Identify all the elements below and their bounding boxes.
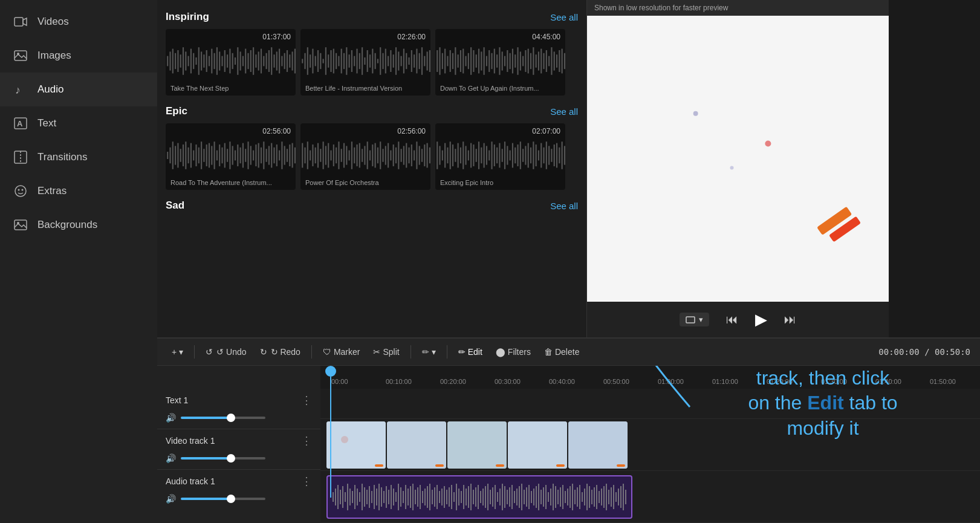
svg-rect-182 [214,141,215,169]
svg-rect-249 [393,145,394,166]
sidebar-item-text[interactable]: A Text [0,106,157,140]
svg-rect-443 [613,485,614,509]
svg-rect-168 [177,143,178,168]
filters-button[interactable]: ⬤ Filters [491,345,536,359]
svg-rect-311 [559,148,560,163]
svg-rect-300 [530,148,531,163]
inspiring-see-all[interactable]: See all [550,12,578,22]
svg-rect-308 [551,149,552,162]
svg-rect-137 [496,54,498,68]
video-clip-3[interactable] [508,421,567,469]
sidebar-item-backgrounds[interactable]: Backgrounds [0,208,157,242]
skip-forward-button[interactable]: ⏭ [784,313,796,326]
audio-volume-icon: 🔊 [166,494,176,504]
text-track-more-icon[interactable]: ⋮ [301,394,312,407]
svg-rect-84 [354,56,355,67]
track-card-2[interactable]: 04:45:00 Down To Get Up Again (Instrum..… [435,29,565,96]
svg-rect-411 [536,486,537,508]
svg-rect-290 [504,141,505,169]
svg-rect-147 [522,56,524,67]
svg-rect-65 [304,53,305,69]
audio-volume-slider[interactable] [181,498,265,500]
play-button[interactable]: ▶ [755,310,767,329]
marker-button[interactable]: 🛡 Marker [318,345,365,359]
track-card-1[interactable]: 02:26:00 Better Life - Instrumental Vers… [300,29,430,96]
sidebar-item-extras-label: Extras [37,185,67,197]
track-card-3[interactable]: 02:56:00 Road To The Adventure (Instrum.… [166,123,296,190]
pencil-icon: ✏ [422,347,429,357]
svg-rect-42 [240,51,241,70]
svg-rect-326 [568,421,628,469]
draw-button[interactable]: ✏ ▾ [417,345,441,359]
preview-panel: Shown in low resolution for faster previ… [586,0,889,337]
sidebar-item-images[interactable]: Images [0,39,157,73]
track-card-4[interactable]: 02:56:00 Power Of Epic Orchestra [300,123,430,190]
svg-rect-325 [508,421,567,469]
delete-button[interactable]: 🗑 Delete [539,345,584,359]
audio-clip[interactable] [326,475,632,519]
svg-rect-391 [487,484,488,510]
waveform-4 [300,134,430,177]
svg-rect-220 [317,143,319,168]
video-clip-1[interactable] [387,421,446,469]
add-button[interactable]: + ▾ [167,345,188,359]
svg-rect-77 [336,53,337,69]
svg-rect-421 [560,487,561,507]
svg-rect-283 [486,146,487,164]
epic-see-all[interactable]: See all [550,106,578,117]
svg-rect-442 [611,487,612,507]
marker-label: Marker [334,347,360,357]
svg-rect-252 [401,149,402,162]
video-clip-4[interactable] [568,421,628,469]
playhead[interactable] [325,366,336,498]
video-volume-slider[interactable] [181,457,265,460]
svg-rect-71 [320,53,321,69]
svg-rect-188 [229,141,230,169]
track-title-1: Better Life - Instrumental Version [305,85,423,92]
ruler-mark-3: 00:30:00 [495,375,549,386]
svg-rect-211 [289,145,290,166]
audio-track-more-icon[interactable]: ⋮ [301,475,312,488]
svg-rect-183 [216,151,218,161]
ruler-mark-6: 01:00:00 [658,375,712,386]
aspect-ratio-selector[interactable]: ▾ [680,313,709,326]
svg-rect-88 [364,57,365,65]
text-track-name: Text 1 [166,395,188,405]
svg-rect-59 [284,53,285,69]
redo-button[interactable]: ↻ ↻ Redo [255,345,305,359]
sidebar-item-audio[interactable]: ♪ Audio [0,73,157,106]
video-track-more-icon[interactable]: ⋮ [301,434,312,447]
svg-rect-230 [343,143,345,168]
svg-rect-44 [245,49,246,74]
svg-rect-161 [559,50,560,72]
svg-rect-112 [427,51,428,70]
svg-rect-446 [620,486,621,508]
svg-rect-241 [372,145,373,166]
svg-rect-51 [263,56,264,67]
svg-rect-55 [273,54,274,68]
sidebar-item-videos[interactable]: Videos [0,5,157,39]
track-card-0[interactable]: 01:37:00 Take The Next Step [166,29,296,96]
sidebar-item-extras[interactable]: Extras [0,174,157,208]
svg-rect-433 [589,486,590,508]
svg-rect-262 [427,143,428,168]
waveform-3 [166,134,296,177]
track-card-5[interactable]: 02:07:00 Exciting Epic Intro [435,123,565,190]
sad-see-all[interactable]: See all [550,201,578,211]
media-panel: Inspiring See all 01:37:00 T [157,0,586,337]
text-volume-slider[interactable] [181,417,265,419]
svg-rect-26 [198,47,200,75]
undo-button[interactable]: ↺ ↺ Undo [201,345,251,359]
edit-button[interactable]: ✏ Edit [453,345,487,359]
svg-rect-398 [504,486,505,508]
svg-rect-179 [206,145,207,166]
sidebar-item-transitions[interactable]: Transitions [0,140,157,174]
svg-rect-119 [450,50,451,72]
split-button[interactable]: ✂ Split [368,345,404,359]
video-clip-2[interactable] [447,421,507,469]
track-title-0: Take The Next Step [170,85,288,92]
svg-rect-187 [227,149,228,162]
svg-rect-407 [526,487,527,507]
svg-rect-356 [403,491,404,503]
skip-back-button[interactable]: ⏮ [726,313,738,326]
